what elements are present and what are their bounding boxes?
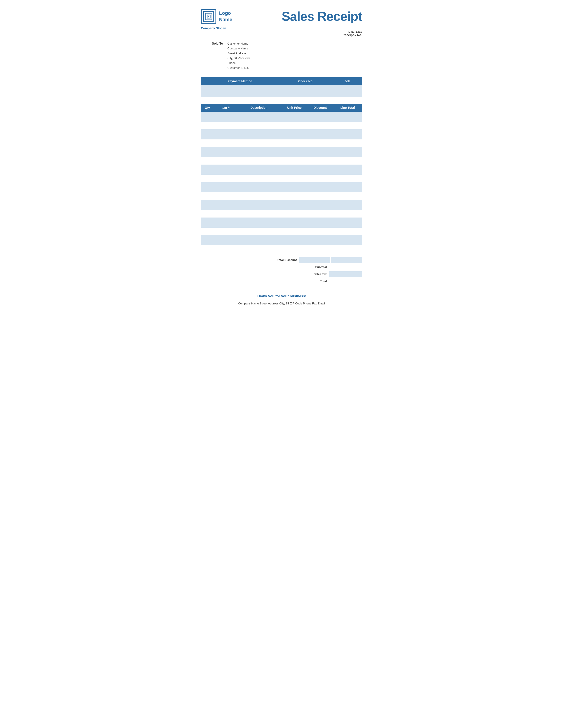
line-cell	[333, 112, 362, 122]
total-discount-box1	[299, 257, 330, 263]
job-cell	[333, 85, 362, 97]
subtotal-row: Subtotal	[269, 264, 362, 270]
table-row	[201, 147, 362, 158]
totals-table: Total Discount Subtotal Sales Tax Total	[269, 257, 362, 285]
disc-cell	[307, 147, 333, 158]
qty-header: Qty	[201, 104, 214, 112]
disc-cell	[307, 129, 333, 140]
total-discount-label: Total Discount	[268, 258, 299, 262]
blank-row	[201, 228, 362, 235]
logo-icon	[201, 9, 216, 24]
date-line: Date: Date	[201, 30, 362, 33]
sales-tax-row: Sales Tax	[269, 271, 362, 277]
street-address: Street Address	[227, 51, 250, 56]
unit-cell	[282, 165, 307, 175]
table-row	[201, 182, 362, 193]
qty-cell	[201, 129, 214, 140]
qty-cell	[201, 112, 214, 122]
unit-cell	[282, 182, 307, 193]
qty-cell	[201, 147, 214, 158]
total-value	[329, 278, 362, 284]
item-cell	[214, 165, 236, 175]
desc-cell	[236, 218, 282, 228]
total-discount-boxes	[299, 257, 362, 263]
disc-cell	[307, 200, 333, 210]
unit-price-header: Unit Price	[282, 104, 307, 112]
unit-cell	[282, 235, 307, 246]
blank-row	[201, 122, 362, 129]
blank-row	[201, 140, 362, 147]
total-discount-box2	[331, 257, 362, 263]
desc-cell	[236, 235, 282, 246]
sold-to-label: Sold To	[201, 41, 227, 71]
qty-cell	[201, 200, 214, 210]
check-no-cell	[279, 85, 333, 97]
total-label: Total	[298, 280, 329, 283]
line-cell	[333, 147, 362, 158]
total-discount-row: Total Discount	[269, 257, 362, 263]
item-header: Item #	[214, 104, 236, 112]
payment-method-cell	[201, 85, 279, 97]
unit-cell	[282, 129, 307, 140]
disc-cell	[307, 218, 333, 228]
customer-name: Customer Name	[227, 41, 250, 46]
customer-id: Customer ID No.	[227, 66, 250, 70]
desc-cell	[236, 200, 282, 210]
item-cell	[214, 129, 236, 140]
disc-cell	[307, 165, 333, 175]
table-row	[201, 218, 362, 228]
total-row: Total	[269, 278, 362, 284]
table-row	[201, 200, 362, 210]
phone: Phone	[227, 61, 250, 66]
footer-address: Company Name Street Address,City, ST ZIP…	[201, 302, 362, 305]
disc-cell	[307, 235, 333, 246]
sold-to-section: Sold To Customer Name Company Name Stree…	[201, 41, 362, 71]
desc-cell	[236, 165, 282, 175]
date-label: Date:	[349, 30, 355, 33]
desc-cell	[236, 182, 282, 193]
logo-line2: Name	[219, 17, 232, 23]
page-title: Sales Receipt	[282, 9, 362, 24]
unit-cell	[282, 218, 307, 228]
blank-row	[201, 193, 362, 200]
job-header: Job	[333, 77, 362, 85]
line-cell	[333, 129, 362, 140]
payment-table: Payment Method Check No. Job	[201, 77, 362, 97]
logo-text: Logo Name	[219, 10, 232, 23]
item-cell	[214, 147, 236, 158]
company-name: Company Name	[227, 46, 250, 51]
blank-row	[201, 210, 362, 218]
company-slogan: Company Slogan	[201, 26, 362, 30]
line-cell	[333, 218, 362, 228]
thank-you-message: Thank you for your business!	[201, 294, 362, 298]
blank-row	[201, 175, 362, 182]
items-table: Qty Item # Description Unit Price Discou…	[201, 104, 362, 253]
line-cell	[333, 165, 362, 175]
item-cell	[214, 182, 236, 193]
table-row	[201, 129, 362, 140]
desc-cell	[236, 129, 282, 140]
qty-cell	[201, 218, 214, 228]
subtotal-value	[329, 264, 362, 270]
sales-tax-label: Sales Tax	[298, 272, 329, 276]
subtotal-label: Subtotal	[298, 265, 329, 269]
desc-cell	[236, 112, 282, 122]
logo-line1: Logo	[219, 10, 232, 17]
line-total-header: Line Total	[333, 104, 362, 112]
table-row	[201, 165, 362, 175]
title-area: Sales Receipt	[282, 9, 362, 24]
totals-section: Total Discount Subtotal Sales Tax Total	[201, 257, 362, 285]
qty-cell	[201, 235, 214, 246]
payment-method-header: Payment Method	[201, 77, 279, 85]
description-header: Description	[236, 104, 282, 112]
table-row	[201, 112, 362, 122]
blank-row	[201, 158, 362, 165]
table-row	[201, 235, 362, 246]
item-cell	[214, 235, 236, 246]
qty-cell	[201, 165, 214, 175]
item-cell	[214, 112, 236, 122]
item-cell	[214, 200, 236, 210]
unit-cell	[282, 112, 307, 122]
line-cell	[333, 200, 362, 210]
svg-rect-3	[208, 16, 209, 17]
